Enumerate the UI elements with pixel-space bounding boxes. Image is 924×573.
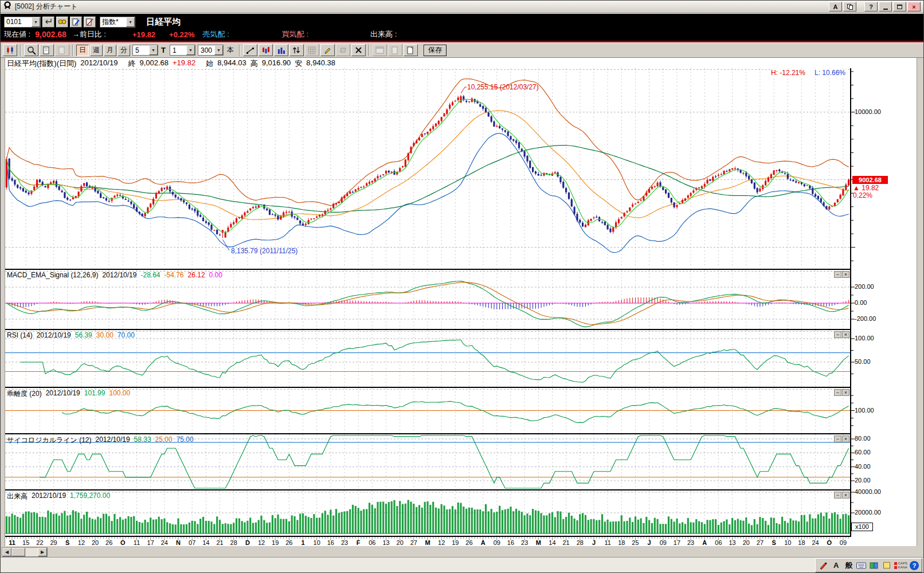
from-high-stat: H: -12.21% [771,69,805,77]
t-dropdown-button[interactable]: ▼ [186,45,195,55]
pen-icon[interactable] [819,561,829,570]
y-axis [850,58,859,546]
panel-minimize-button[interactable]: − [834,435,841,442]
ime-help-button[interactable]: ? [910,561,919,570]
trendline-button[interactable] [243,44,257,56]
x-axis-label: 20 [393,539,408,546]
symbol-code-input[interactable]: 0101 ▼ [4,17,41,28]
panel-close-button[interactable]: × [842,331,849,338]
ime-mode-alpha[interactable]: A [831,561,841,570]
panel-close-button[interactable]: × [842,389,849,396]
type-dropdown-button[interactable]: ▼ [126,17,135,27]
minimize-button[interactable] [879,2,892,11]
search-button[interactable] [56,17,68,28]
scroll-right-button[interactable]: ▶ [38,548,47,556]
psychological-panel: サイコロジカルライン (12) 2012/10/19 58.33 25.00 7… [5,433,850,489]
enter-button[interactable] [42,17,54,28]
keyboard-icon[interactable] [856,561,867,570]
psy-high-band: 75.00 [177,435,194,445]
restore-button[interactable] [893,2,906,11]
x-axis-label: 14 [545,539,559,546]
panel-minimize-button[interactable]: − [834,389,841,396]
save-button[interactable]: 保存 [424,45,447,56]
rsi-panel: RSI (14) 2012/10/19 56.39 30.00 70.00 −× [5,329,850,387]
t-select-value: 1 [170,46,186,54]
candlestick-chart-button[interactable] [3,44,17,56]
scroll-thumb[interactable] [11,548,25,556]
template-open-button[interactable] [388,44,402,56]
symbol-code-value: 0101 [5,18,32,26]
ime-toolbar: A 般 CAPS KANA ? [815,558,922,572]
change-pct-value: +0.22% [169,30,194,39]
sort-arrows-button[interactable] [289,44,304,56]
ime-mode-general[interactable]: 般 [844,560,854,571]
period-minute-button[interactable]: 分 [118,45,130,56]
paste-chart-button[interactable] [55,44,69,56]
code-dropdown-button[interactable]: ▼ [32,17,40,27]
pencil-button[interactable] [320,44,335,56]
period-week-button[interactable]: 週 [90,45,103,56]
layout-button[interactable] [373,44,387,56]
template-new-button[interactable] [404,44,418,56]
kana-led [894,566,897,569]
volume-panel: 出来高 2012/10/19 1,759,270.00 −× [5,489,850,537]
panel-close-button[interactable]: × [842,435,849,442]
high-annotation: 10,255.15 (2012/03/27) [467,83,539,91]
dictionary-icon[interactable] [882,561,892,570]
minute-dropdown-button[interactable]: ▼ [149,45,158,55]
copy-window-button[interactable] [843,2,856,11]
copy-chart-button[interactable] [40,44,54,56]
kana-label: KANA [898,566,907,570]
vertical-scrollbar[interactable] [917,58,924,546]
x-axis-label: 18 [794,539,809,546]
x-axis-label: 25 [628,539,643,546]
font-button[interactable]: A [829,2,842,11]
zoom-button[interactable] [24,44,38,56]
close-button[interactable]: × [907,2,921,11]
grid-button[interactable] [305,44,319,56]
eraser-button[interactable] [336,44,350,56]
scroll-left-button[interactable]: ◀ [2,548,11,556]
period-day-button[interactable]: 日 [76,45,89,56]
open-value: 8,944.03 [217,58,246,68]
kairi-value: 101.99 [84,389,105,399]
x-axis-label: O [115,539,130,546]
t-select[interactable]: 1▼ [170,45,195,56]
panel-minimize-button[interactable]: − [834,331,841,338]
unit-label: 本 [227,45,234,55]
chart-style-candle-button[interactable] [259,44,273,56]
bar-count-select[interactable]: 300▼ [198,45,224,56]
rsi-header: RSI (14) 2012/10/19 56.39 30.00 70.00 [7,331,135,339]
panel-close-button[interactable]: × [842,492,849,499]
from-low-stat: L: 10.66% [815,69,845,77]
x-axis-label: 29 [46,539,61,546]
close-value: 9,002.68 [139,58,169,68]
x-axis-label: 22 [32,539,47,546]
x-axis-label: S [60,539,75,546]
horizontal-scrollbar[interactable]: ◀ ▶ [2,547,48,557]
delete-drawings-button[interactable] [351,44,366,56]
scroll-track[interactable] [25,548,38,556]
panel-close-button[interactable]: × [842,271,849,278]
x-axis-label: A [476,539,491,546]
panel-minimize-button[interactable]: − [834,492,841,499]
x-axis-label: 12 [254,539,269,546]
chart-style-bar-button[interactable] [274,44,288,56]
rsi-date: 2012/10/19 [37,331,71,339]
x-axis-label: 06 [711,539,726,546]
x-axis-label: 14 [198,539,213,546]
type-select[interactable]: 指数* ▼ [100,17,135,28]
clear-draw-button[interactable] [84,17,96,28]
minute-select-value: 5 [133,46,149,54]
period-month-button[interactable]: 月 [104,45,116,56]
edit-button[interactable] [70,17,82,28]
help-button[interactable]: ? [864,2,878,11]
window-title: [5002] 分析チャート [15,2,78,11]
bar-count-dropdown-button[interactable]: ▼ [214,45,223,55]
tools-icon[interactable] [869,561,879,570]
chart-date: 2012/10/19 [80,58,118,68]
panel-minimize-button[interactable]: − [834,271,841,278]
x-axis-label: S [766,539,781,546]
x-axis-label: 23 [337,539,352,546]
minute-select[interactable]: 5▼ [132,45,158,56]
